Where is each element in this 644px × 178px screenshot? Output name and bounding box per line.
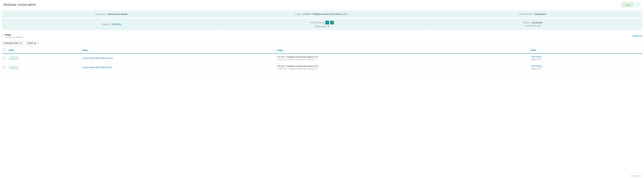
row-actions-cell[interactable]: ⋮	[610, 53, 642, 63]
state-column-header[interactable]: State ↑	[8, 47, 81, 53]
pod-restarts-value: 0	[539, 25, 540, 27]
name-cell: xxl-job-admin-588ccdcdbb-gmmvv	[81, 53, 276, 63]
pod-name-link[interactable]: xxl-job-admin-588ccdcdbb-6s2bk	[82, 66, 112, 69]
more-options-button[interactable]: ⋮	[635, 2, 640, 7]
config-scale-row: Config Scale: 2 − +	[310, 21, 334, 24]
actions-column-header	[610, 47, 642, 53]
table-row: Running xxl-job-admin-588ccdcdbb-6s2bk 1…	[2, 63, 642, 72]
scale-section: Config Scale: 2 − + Ready Scale: 2	[217, 21, 427, 28]
table-toolbar: Download YAML ⬇ Delete 🗑	[2, 39, 642, 47]
workload-type-value: Deployment	[534, 13, 546, 15]
ready-scale-label: Ready Scale:	[315, 25, 327, 28]
state-cell: Running	[8, 63, 81, 72]
node-column-header[interactable]: Node ↕	[530, 47, 610, 53]
scale-down-button[interactable]: −	[326, 21, 329, 24]
pod-image-sub: 10.42.199 / Created 3 months ago / Resta…	[277, 58, 528, 60]
row-actions-cell[interactable]: ⋮	[610, 63, 642, 72]
select-all-col[interactable]	[2, 47, 8, 53]
name-column-header[interactable]: Name ↕	[81, 47, 276, 53]
row-more-button[interactable]: ⋮	[612, 57, 614, 60]
delete-button[interactable]: Delete 🗑	[25, 41, 38, 45]
scale-area: Config Scale: 2 − + Ready Scale: 2	[310, 21, 334, 28]
select-all-checkbox[interactable]	[4, 49, 6, 51]
download-yaml-button[interactable]: Download YAML ⬇	[2, 41, 24, 45]
copy-image-icon[interactable]: ⎘	[348, 13, 349, 15]
image-value: 172.16.1.77/alibaba-cloud/xxl-job-admin:…	[302, 13, 349, 15]
delete-label: Delete	[27, 42, 33, 44]
created-value: 11/16/2022	[532, 21, 542, 24]
image-cell: 172.16.1.77/alibaba-cloud/xxl-job-admin:…	[276, 53, 530, 63]
status-badge: Active	[622, 3, 634, 7]
table-header-row: State ↑ Name ↕ Image ↕ Node ↕	[2, 47, 642, 53]
endpoints-label: Endpoints:	[101, 23, 111, 25]
image-cell: 172.16.1.77/alibaba-cloud/xxl-job-admin:…	[276, 63, 530, 72]
header-actions: Active ⋮	[622, 2, 640, 7]
row-checkbox[interactable]	[4, 57, 6, 59]
section-title-area: ▼ Pods Pods in this workload	[2, 33, 23, 38]
endpoints-link[interactable]: 30068/tcp	[112, 23, 122, 25]
namespace-section: Namespace: spring-cloud-alibaba	[6, 13, 217, 15]
state-sort-icon: ↑	[15, 49, 16, 51]
state-cell: Running	[8, 53, 81, 63]
name-sort-icon: ↕	[89, 49, 90, 51]
section-header: ▼ Pods Pods in this workload Expand All	[2, 32, 642, 39]
row-checkbox[interactable]	[4, 66, 6, 68]
endpoints-section: Endpoints: 30068/tcp	[6, 23, 217, 25]
collapse-icon[interactable]: ▼	[2, 35, 4, 37]
page-title: Workload: xxl-job-admin	[4, 3, 36, 6]
pods-subtitle: Pods in this workload	[5, 36, 23, 38]
state-badge: Running	[9, 57, 19, 60]
pod-image-main: 172.16.1.77/alibaba-cloud/xxl-job-admin:…	[277, 56, 528, 58]
state-badge: Running	[9, 66, 19, 69]
pods-section: ▼ Pods Pods in this workload Expand All …	[2, 32, 642, 72]
node-ip: 10.10.7.72 ⎘	[531, 68, 609, 70]
expand-all-button[interactable]: Expand All	[632, 35, 642, 37]
workload-type-section: Workload Type: Deployment	[427, 13, 638, 15]
download-icon: ⬇	[20, 42, 22, 44]
node-ip: 10.10.7.73 ⎘	[531, 58, 609, 61]
pods-table: State ↑ Name ↕ Image ↕ Node ↕	[2, 47, 642, 72]
pods-title: Pods	[5, 33, 23, 36]
ready-scale-row: Ready Scale: 2	[315, 25, 329, 28]
pod-image-main: 172.16.1.77/alibaba-cloud/xxl-job-admin:…	[277, 65, 528, 67]
trash-icon: 🗑	[34, 42, 36, 44]
info-bar-1: Namespace: spring-cloud-alibaba Image: 1…	[2, 11, 642, 17]
row-checkbox-cell[interactable]	[2, 63, 8, 72]
node-cell: t-k8s-node1 10.10.7.73 ⎘	[530, 53, 610, 63]
image-column-header[interactable]: Image ↕	[276, 47, 530, 53]
row-checkbox-cell[interactable]	[2, 53, 8, 63]
node-name-link[interactable]: t-k8s-master	[531, 65, 542, 67]
pod-restarts-label: Pod Restarts:	[525, 25, 538, 27]
namespace-label: Namespace:	[96, 13, 107, 15]
pod-name-link[interactable]: xxl-job-admin-588ccdcdbb-gmmvv	[82, 57, 113, 59]
image-label: Image:	[295, 13, 302, 15]
name-cell: xxl-job-admin-588ccdcdbb-6s2bk	[81, 63, 276, 72]
download-yaml-label: Download YAML	[4, 42, 19, 44]
created-section: Created: 11/16/2022 Pod Restarts: 0	[427, 21, 638, 27]
image-sort-icon: ↕	[284, 49, 285, 51]
copy-node-ip-icon[interactable]: ⎘	[541, 68, 542, 70]
pod-image-sub: 10.42.0.122 / Created 3 months ago / Res…	[277, 68, 528, 70]
created-label: Created:	[522, 21, 530, 24]
table-row: Running xxl-job-admin-588ccdcdbb-gmmvv 1…	[2, 53, 642, 63]
node-cell: t-k8s-master 10.10.7.72 ⎘	[530, 63, 610, 72]
workload-type-label: Workload Type:	[519, 13, 533, 15]
ready-scale-value: 2	[328, 25, 329, 28]
endpoints-value: 30068/tcp	[112, 23, 122, 25]
node-name-link[interactable]: t-k8s-node1	[531, 56, 542, 58]
config-scale-value: 2	[323, 21, 324, 24]
page-header: Workload: xxl-job-admin Active ⋮	[0, 0, 644, 9]
row-more-button[interactable]: ⋮	[612, 66, 614, 69]
namespace-value: spring-cloud-alibaba	[108, 13, 128, 15]
config-scale-label: Config Scale:	[310, 21, 322, 24]
image-section: Image: 172.16.1.77/alibaba-cloud/xxl-job…	[217, 13, 427, 15]
scale-up-button[interactable]: +	[330, 21, 334, 24]
node-sort-icon: ↕	[537, 49, 538, 51]
info-bar-2: Endpoints: 30068/tcp Config Scale: 2 − +…	[2, 18, 642, 30]
copy-node-ip-icon[interactable]: ⎘	[541, 58, 542, 61]
